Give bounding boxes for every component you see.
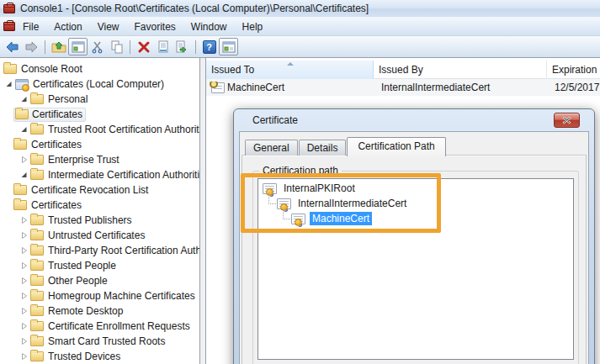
tree-item-trusted-publishers[interactable]: Trusted Publishers: [0, 213, 199, 228]
back-arrow-icon: [5, 40, 19, 54]
column-header-label: Expiration Date: [552, 64, 600, 76]
menu-file[interactable]: File: [15, 19, 46, 34]
certificate-dialog: Certificate General Details Certificatio…: [233, 108, 595, 364]
delete-button[interactable]: [134, 38, 153, 55]
tree-item-certificate-enrollment-requests[interactable]: Certificate Enrollment Requests: [0, 319, 199, 334]
tree-item-intermediate-certificates[interactable]: Certificates: [0, 198, 199, 213]
tree-item-third-party-root-ca[interactable]: Third-Party Root Certification Authoriti…: [0, 243, 199, 258]
dialog-title: Certificate: [252, 114, 298, 126]
list-header: Issued To Issued By Expiration Date: [206, 61, 600, 79]
cut-button[interactable]: [88, 38, 107, 55]
menu-help[interactable]: Help: [235, 19, 271, 34]
certification-path-tab-page: Certification path InternalPKIRoot Inter…: [242, 155, 587, 364]
help-button[interactable]: ?: [199, 38, 219, 55]
tree-item-trusted-root-ca[interactable]: Trusted Root Certification Authorities: [0, 122, 199, 137]
tree-item-crl[interactable]: Certificate Revocation List: [0, 182, 199, 198]
tree-item-trusted-root-certificates[interactable]: Certificates: [0, 137, 199, 152]
folder-icon: [30, 155, 44, 165]
folder-icon: [30, 261, 44, 271]
path-item-internalintermediatecert[interactable]: InternalIntermediateCert: [258, 196, 573, 211]
collapse-arrow-icon[interactable]: [19, 335, 30, 348]
tree-item-personal[interactable]: Personal: [0, 92, 199, 107]
certificate-icon: [291, 214, 305, 224]
folder-icon: [3, 64, 17, 74]
tree-item-trusted-people[interactable]: Trusted People: [0, 258, 199, 273]
certificate-key-icon: [211, 82, 225, 93]
tab-certification-path[interactable]: Certification Path: [347, 137, 445, 156]
folder-icon: [15, 109, 29, 119]
tree-item-console-root[interactable]: Console Root: [0, 61, 199, 76]
close-button[interactable]: [554, 113, 580, 128]
copy-button[interactable]: [107, 38, 126, 55]
expand-arrow-icon[interactable]: [19, 92, 30, 106]
scissors-icon: [91, 40, 104, 54]
up-one-level-button[interactable]: [49, 38, 68, 55]
menu-window[interactable]: Window: [183, 19, 235, 34]
collapse-arrow-icon[interactable]: [19, 319, 30, 333]
expand-arrow-icon[interactable]: [3, 77, 15, 91]
folder-icon: [13, 140, 27, 150]
expand-arrow-icon[interactable]: [19, 168, 30, 182]
tree-item-untrusted-certificates[interactable]: Untrusted Certificates: [0, 228, 199, 243]
menu-view[interactable]: View: [90, 19, 127, 34]
issued-to-value: MachineCert: [227, 82, 284, 93]
menu-action[interactable]: Action: [46, 19, 89, 34]
show-hide-console-tree-button[interactable]: [219, 38, 238, 55]
collapse-arrow-icon[interactable]: [19, 304, 30, 318]
path-item-machinecert[interactable]: MachineCert: [258, 211, 573, 226]
expand-arrow-icon[interactable]: [19, 123, 30, 136]
dialog-titlebar: Certificate: [234, 109, 594, 131]
certificate-row-machinecert[interactable]: MachineCert InternalIntermediateCert 12/…: [206, 79, 600, 96]
collapse-arrow-icon[interactable]: [19, 153, 30, 166]
column-header-issued-by[interactable]: Issued By: [374, 61, 547, 79]
folder-icon: [30, 124, 44, 135]
tree-item-trusted-devices[interactable]: Trusted Devices: [0, 349, 199, 364]
export-list-button[interactable]: [173, 38, 192, 55]
tree-item-certificates-local-computer[interactable]: Certificates (Local Computer): [0, 76, 199, 92]
column-header-expiration-date[interactable]: Expiration Date: [547, 61, 600, 79]
tree-item-label: Certificates: [31, 139, 82, 150]
collapse-arrow-icon[interactable]: [19, 350, 30, 363]
tree-item-enterprise-trust[interactable]: Enterprise Trust: [0, 152, 199, 167]
tree-item-label: Remote Desktop: [48, 305, 123, 317]
path-item-internalpkiroot[interactable]: InternalPKIRoot: [258, 181, 573, 196]
folder-icon: [13, 185, 27, 195]
tree-item-label: Other People: [48, 275, 108, 287]
path-item-label-selected: MachineCert: [310, 212, 372, 225]
copy-icon: [110, 40, 124, 54]
delete-x-icon: [137, 40, 151, 54]
tree-item-label: Homegroup Machine Certificates: [48, 290, 195, 302]
folder-icon: [30, 351, 44, 361]
folder-icon: [30, 245, 44, 256]
menu-favorites[interactable]: Favorites: [127, 19, 183, 34]
forward-arrow-icon: [24, 40, 39, 54]
tree-item-smart-card-trusted-roots[interactable]: Smart Card Trusted Roots: [0, 334, 199, 349]
tree-item-other-people[interactable]: Other People: [0, 273, 199, 288]
tree-item-remote-desktop[interactable]: Remote Desktop: [0, 303, 199, 319]
show-console-window-button[interactable]: [68, 38, 88, 55]
mmc-child-window-icon[interactable]: [3, 22, 15, 31]
collapse-arrow-icon[interactable]: [19, 274, 30, 288]
collapse-arrow-icon[interactable]: [19, 259, 30, 272]
collapse-arrow-icon[interactable]: [19, 214, 30, 227]
properties-button[interactable]: [153, 38, 173, 55]
tree-item-intermediate-ca[interactable]: Intermediate Certification Authorities: [0, 167, 199, 182]
tree-item-personal-certificates[interactable]: Certificates: [0, 107, 199, 122]
collapse-arrow-icon[interactable]: [19, 229, 30, 242]
folder-icon: [30, 170, 44, 180]
export-list-icon: [175, 40, 189, 54]
back-button[interactable]: [3, 38, 22, 55]
tree-item-homegroup-machine-certificates[interactable]: Homegroup Machine Certificates: [0, 288, 199, 303]
tab-general[interactable]: General: [245, 140, 298, 156]
forward-button[interactable]: [22, 38, 41, 55]
folder-icon: [30, 230, 44, 240]
collapse-arrow-icon[interactable]: [19, 289, 30, 303]
collapse-arrow-icon[interactable]: [19, 244, 30, 257]
certification-path-groupbox: Certification path InternalPKIRoot Inter…: [252, 171, 579, 364]
menu-bar: File Action View Favorites Window Help: [0, 18, 600, 36]
tree-item-label: Personal: [48, 93, 88, 105]
tab-details[interactable]: Details: [299, 140, 347, 156]
column-header-issued-to[interactable]: Issued To: [206, 61, 374, 79]
tree-item-label: Console Root: [21, 63, 82, 75]
expiration-date-value: 12/5/2017: [555, 82, 599, 93]
